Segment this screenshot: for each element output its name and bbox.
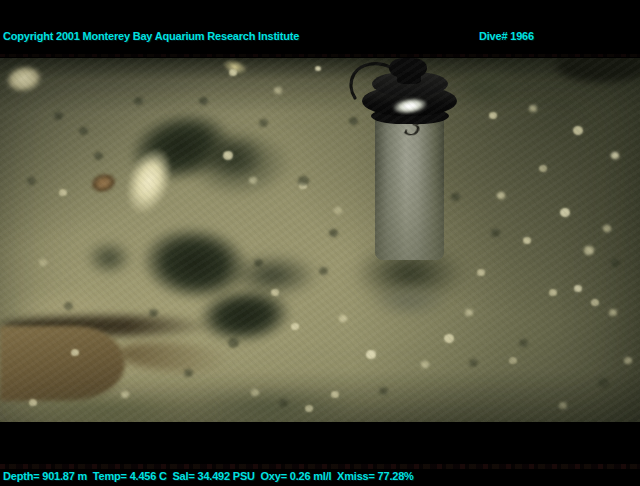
overlay-copyright-line: Copyright 2001 Monterey Bay Aquarium Res… xyxy=(3,29,300,43)
top-overlay-bar: Copyright 2001 Monterey Bay Aquarium Res… xyxy=(0,0,640,58)
video-grain-overlay xyxy=(0,58,640,422)
overlay-telemetry: Depth= 901.87 m Temp= 4.456 C Sal= 34.49… xyxy=(3,469,414,483)
bottom-overlay-bar: Depth= 901.87 m Temp= 4.456 C Sal= 34.49… xyxy=(0,422,640,486)
video-frame: Copyright 2001 Monterey Bay Aquarium Res… xyxy=(0,0,640,486)
overlay-dive-number: Dive# 1966 xyxy=(479,29,595,43)
seafloor-video-view: 3 xyxy=(0,58,640,422)
video-noise-strip xyxy=(0,54,640,57)
